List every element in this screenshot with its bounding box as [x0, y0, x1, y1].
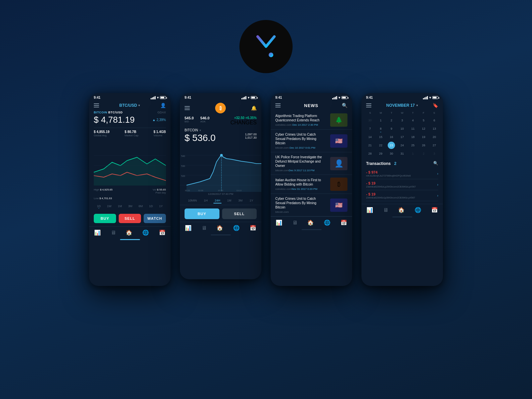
- nav-home-icon-1[interactable]: 🏠: [126, 229, 132, 236]
- nav-globe-icon-3[interactable]: 🌐: [324, 219, 331, 226]
- bell-icon-2[interactable]: 🔔: [251, 105, 257, 111]
- cal-day-14[interactable]: 14: [366, 133, 374, 141]
- cal-day-18[interactable]: 18: [409, 133, 417, 141]
- sell-button-2[interactable]: SELL: [222, 208, 257, 219]
- time-6m[interactable]: 6M: [137, 204, 144, 210]
- nav-globe-icon-4[interactable]: 🌐: [415, 207, 421, 213]
- nav-tv-icon-4[interactable]: 🖥: [383, 207, 388, 213]
- cal-day-22[interactable]: 22: [377, 142, 384, 149]
- hamburger-menu-3[interactable]: [275, 103, 281, 107]
- bookmark-icon[interactable]: 🔖: [433, 103, 438, 108]
- nav-calendar-icon-1[interactable]: 📅: [159, 229, 166, 236]
- trans-item-2[interactable]: - $ 19 23dmEa923940zLp2943ncxmJCB3940zLp…: [366, 179, 438, 190]
- status-bar-3: 9:41 ▾: [271, 93, 352, 101]
- cal-day-15[interactable]: 15: [377, 133, 384, 141]
- cal-day-17[interactable]: 17: [398, 133, 406, 141]
- cal-day-3-next[interactable]: 3: [431, 150, 438, 157]
- nav-home-icon-4[interactable]: 🏠: [398, 207, 405, 213]
- time-1w[interactable]: 1W: [106, 204, 113, 210]
- time-1d2[interactable]: 1D: [148, 204, 154, 210]
- time-1y[interactable]: 1Y: [158, 204, 164, 210]
- cal-day-7[interactable]: 7: [366, 125, 374, 132]
- cal-day-3[interactable]: 3: [398, 117, 406, 124]
- cal-day-1-next[interactable]: 1: [409, 150, 417, 157]
- cal-day-5[interactable]: 5: [420, 117, 427, 124]
- cal-day-6[interactable]: 6: [431, 117, 438, 124]
- nav-globe-icon-1[interactable]: 🌐: [142, 229, 149, 236]
- cal-day-30-prev[interactable]: 30: [366, 117, 374, 124]
- tb-1h[interactable]: 1H: [202, 198, 209, 203]
- trading-pair-label[interactable]: BTC/USD ▾: [119, 103, 140, 108]
- cal-day-24[interactable]: 24: [398, 142, 406, 149]
- cal-day-2[interactable]: 2: [388, 117, 395, 124]
- tb-1m[interactable]: 1M: [226, 198, 233, 203]
- cal-day-30[interactable]: 30: [388, 150, 395, 157]
- news-item-4[interactable]: Italian Auction House is First to Allow …: [271, 175, 352, 194]
- nav-chart-icon-3[interactable]: 📊: [276, 219, 282, 226]
- time-1m[interactable]: 1M: [116, 204, 123, 210]
- cal-day-25[interactable]: 25: [409, 142, 417, 149]
- watch-button-1[interactable]: WATCH: [144, 214, 166, 223]
- user-icon-1[interactable]: 👤: [160, 103, 166, 108]
- tb-10min[interactable]: 10MIN: [187, 198, 199, 203]
- nav-chart-icon-2[interactable]: 📊: [185, 225, 192, 231]
- cal-day-4[interactable]: 4: [409, 117, 417, 124]
- hamburger-menu-4[interactable]: [366, 103, 371, 107]
- buy-button-2[interactable]: BUY: [185, 208, 219, 219]
- search-icon-3[interactable]: 🔍: [342, 103, 347, 108]
- hamburger-menu-2[interactable]: [185, 106, 190, 110]
- nav-calendar-icon-2[interactable]: 📅: [250, 225, 256, 231]
- news-item-5[interactable]: Cyber Crimes Unit to Catch Sexual Predat…: [271, 194, 352, 216]
- nav-home-icon-3[interactable]: 🏠: [307, 219, 314, 226]
- phone3-header: NEWS 🔍: [271, 101, 352, 111]
- cal-day-8[interactable]: 8: [377, 125, 384, 132]
- tb-1y[interactable]: 1Y: [248, 198, 254, 203]
- nav-chart-icon-1[interactable]: 📊: [94, 229, 101, 236]
- cal-day-9[interactable]: 9: [388, 125, 395, 132]
- nav-calendar-icon-3[interactable]: 📅: [340, 219, 347, 226]
- nav-home-icon-2[interactable]: 🏠: [216, 225, 223, 231]
- nav-tv-icon-3[interactable]: 🖥: [292, 220, 298, 226]
- cal-day-27[interactable]: 27: [431, 142, 438, 149]
- news-item-1[interactable]: Algorithmic Trading Platform Quantconnec…: [271, 111, 352, 130]
- trans-item-3[interactable]: - $ 19 234mEa923940z1p3943ncxmJCB3940z.p…: [366, 190, 438, 201]
- cal-day-26[interactable]: 26: [420, 142, 427, 149]
- time-range-2: 10MIN 1H 24H 1M 3M 1Y: [180, 197, 261, 205]
- news-title: NEWS: [304, 103, 319, 108]
- tb-3m[interactable]: 3M: [237, 198, 244, 203]
- svg-text:520: 520: [181, 175, 185, 177]
- cal-day-12[interactable]: 12: [420, 125, 427, 132]
- hamburger-menu-1[interactable]: [94, 103, 99, 107]
- cal-day-16[interactable]: 16: [388, 133, 395, 141]
- transactions-search-icon[interactable]: 🔍: [433, 161, 438, 166]
- cal-day-19[interactable]: 19: [420, 133, 427, 141]
- cal-day-28[interactable]: 28: [366, 150, 374, 157]
- news-item-2[interactable]: Cyber Crimes Unit to Catch Sexual Predat…: [271, 130, 352, 152]
- cal-day-10[interactable]: 10: [398, 125, 406, 132]
- cal-day-21[interactable]: 21: [366, 142, 374, 149]
- news-thumb-1: 🌲: [330, 113, 347, 127]
- cal-day-13[interactable]: 13: [431, 125, 438, 132]
- tb-24h[interactable]: 24H: [213, 198, 222, 203]
- nav-chart-icon-4[interactable]: 📊: [366, 207, 373, 213]
- low-row-1: Low $ 4,701.63: [89, 197, 171, 202]
- news-item-3[interactable]: UK Police Force Investigate the Defunct …: [271, 152, 352, 175]
- nav-tv-icon-1[interactable]: 🖥: [111, 230, 116, 236]
- time-3m[interactable]: 3M: [127, 204, 134, 210]
- buy-button-1[interactable]: BUY: [94, 214, 116, 223]
- time-1d[interactable]: 1D: [95, 204, 102, 210]
- cal-day-20[interactable]: 20: [431, 133, 438, 141]
- nav-tv-icon-2[interactable]: 🖥: [201, 225, 207, 231]
- nav-calendar-icon-4[interactable]: 📅: [431, 207, 438, 213]
- cal-day-29[interactable]: 29: [377, 150, 384, 157]
- trans-item-1[interactable]: - $ 974 mK3128xnjKJs2737989vq8HOPQcvf834…: [366, 168, 438, 179]
- cal-day-1[interactable]: 1: [377, 117, 384, 124]
- nav-globe-icon-2[interactable]: 🌐: [233, 225, 240, 231]
- exchange-label-1: GDAX: [157, 111, 166, 114]
- cal-day-31[interactable]: 31: [398, 150, 406, 157]
- cal-day-2-next[interactable]: 2: [420, 150, 427, 157]
- sell-button-1[interactable]: SELL: [119, 214, 141, 223]
- status-time-3: 9:41: [275, 96, 282, 99]
- cal-day-23-today[interactable]: 23: [388, 142, 395, 149]
- cal-day-11[interactable]: 11: [409, 125, 417, 132]
